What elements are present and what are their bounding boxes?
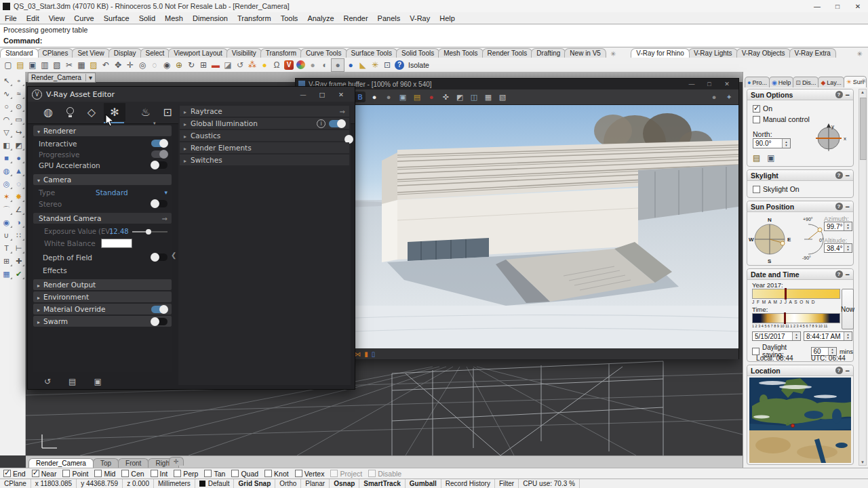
- panel-tab[interactable]: ◆Lay...: [818, 77, 844, 87]
- vray-sphere-gray-icon[interactable]: ●: [307, 59, 319, 71]
- status-cell[interactable]: Ortho: [275, 479, 301, 488]
- toolbar-tab[interactable]: Select: [140, 48, 170, 58]
- vray-toolbar-tab[interactable]: V-Ray Extra: [789, 48, 836, 58]
- command-line[interactable]: Command:: [0, 35, 868, 47]
- arc-icon[interactable]: ◠: [1, 113, 12, 125]
- toolbar-tab[interactable]: Render Tools: [482, 48, 533, 58]
- lightbulb-icon[interactable]: ●: [258, 59, 271, 71]
- move-view-icon[interactable]: ✛: [124, 59, 136, 71]
- time-marker[interactable]: [784, 312, 786, 324]
- surface-icon[interactable]: ◧: [1, 139, 12, 151]
- help-circle-icon[interactable]: [835, 367, 843, 374]
- undo-icon[interactable]: ↶: [100, 59, 112, 71]
- vray-infinite-plane-icon[interactable]: ◣: [357, 59, 369, 71]
- viewport-tab[interactable]: Top: [93, 458, 119, 468]
- viewport-title-tab[interactable]: Render_Camera: [28, 73, 96, 83]
- gi-toggle[interactable]: [329, 120, 345, 127]
- collapse-minus-icon[interactable]: [846, 270, 850, 279]
- toolbar-tab[interactable]: Set View: [72, 48, 109, 58]
- vray-blue-sphere-icon[interactable]: ●: [344, 59, 357, 71]
- status-cell[interactable]: Default: [195, 479, 235, 488]
- fb-maximize-icon[interactable]: [701, 81, 718, 87]
- osnap-checkbox[interactable]: Disable: [368, 470, 401, 478]
- history-a-icon[interactable]: ▦: [483, 92, 494, 102]
- environment-header[interactable]: Environment: [33, 291, 172, 302]
- stop-render-icon[interactable]: ●: [426, 92, 437, 102]
- interactive-toggle[interactable]: [151, 140, 167, 147]
- block-icon[interactable]: ▦: [1, 268, 12, 280]
- array-polar-icon[interactable]: ✚: [13, 255, 24, 267]
- menu-item[interactable]: Transform: [237, 14, 271, 22]
- standard-camera-header[interactable]: Standard Camera: [33, 213, 172, 224]
- status-cell[interactable]: SmartTrack: [359, 479, 405, 488]
- open-icon[interactable]: ▤: [68, 377, 76, 386]
- rotate-view-icon[interactable]: ↻: [185, 59, 197, 71]
- skylight-header[interactable]: Skylight: [747, 170, 853, 181]
- help-circle-icon[interactable]: [835, 270, 843, 278]
- material-override-toggle[interactable]: [151, 306, 167, 313]
- viewport-layout-icon[interactable]: ⊞: [197, 59, 210, 71]
- global-illumination-row[interactable]: Global Illumination i: [180, 118, 349, 129]
- help-circle-icon[interactable]: [835, 171, 843, 179]
- paste-icon[interactable]: ▨: [87, 59, 100, 71]
- zoom-extents-icon[interactable]: ⊕: [173, 59, 185, 71]
- date-time-header[interactable]: Date and Time: [747, 269, 853, 280]
- menu-item[interactable]: Analyze: [307, 14, 334, 22]
- print-icon[interactable]: ▥: [39, 59, 51, 71]
- freeform-icon[interactable]: ↪: [13, 126, 24, 138]
- point-icon[interactable]: ∘: [13, 75, 24, 87]
- frame-buffer-window-icon[interactable]: ⊡: [157, 103, 178, 121]
- curve-icon[interactable]: ∿: [1, 87, 12, 100]
- exposure-value[interactable]: 12.48: [109, 228, 129, 235]
- viewport-menu-caret-icon[interactable]: [81, 74, 92, 81]
- alpha-channel-icon[interactable]: ●: [369, 92, 380, 102]
- toolbar-tab[interactable]: New in V5: [564, 48, 606, 58]
- status-cell[interactable]: Gumball: [406, 479, 441, 488]
- collapse-minus-icon[interactable]: [846, 203, 850, 211]
- circular-arrow-icon[interactable]: ↺: [234, 59, 246, 71]
- osnap-checkbox[interactable]: Tan: [204, 470, 225, 478]
- time-slider[interactable]: [752, 313, 840, 323]
- check-icon[interactable]: ✔: [13, 268, 24, 280]
- status-cell[interactable]: CPU use: 70.3 %: [519, 479, 580, 488]
- camera-type-value[interactable]: Standard: [96, 188, 128, 197]
- status-cell[interactable]: CPlane: [0, 479, 31, 488]
- render-elements-row[interactable]: Render Elements: [180, 142, 349, 153]
- osnap-checkbox[interactable]: Project: [330, 470, 362, 478]
- collapse-minus-icon[interactable]: [846, 171, 850, 180]
- dof-toggle[interactable]: [151, 253, 167, 261]
- scrollbar-thumb[interactable]: [860, 98, 867, 160]
- status-cell[interactable]: z 0.000: [123, 479, 154, 488]
- renderer-section-header[interactable]: Renderer: [33, 125, 172, 136]
- spin-arrows-icon[interactable]: [792, 332, 800, 340]
- surface-corner-icon[interactable]: ◩: [13, 139, 24, 151]
- materials-icon[interactable]: ◍: [37, 103, 59, 121]
- new-file-icon[interactable]: ▢: [2, 59, 14, 71]
- menu-item[interactable]: Tools: [281, 14, 298, 22]
- render-output-header[interactable]: Render Output: [33, 279, 172, 290]
- status-cell[interactable]: x 11803.085: [31, 479, 77, 488]
- sphere-icon[interactable]: ●: [13, 152, 24, 164]
- history-b-icon[interactable]: ▧: [497, 92, 508, 102]
- status-cell[interactable]: Record History: [441, 479, 495, 488]
- vray-material-editor-icon[interactable]: [296, 60, 305, 69]
- expand-arrow-icon[interactable]: [340, 107, 345, 115]
- help-circle-icon[interactable]: [835, 203, 843, 210]
- lights-icon[interactable]: [59, 103, 81, 121]
- help-icon[interactable]: ?: [395, 60, 404, 70]
- world-map[interactable]: [749, 378, 851, 463]
- text-icon[interactable]: T: [1, 242, 12, 254]
- rectangle-icon[interactable]: ▭: [13, 113, 24, 125]
- menu-item[interactable]: Panels: [378, 14, 401, 22]
- panel-gear-icon[interactable]: [861, 77, 867, 85]
- camera-type-dropdown-icon[interactable]: [164, 189, 167, 196]
- year-slider[interactable]: [752, 289, 840, 299]
- toolbar-tab[interactable]: Surface Tools: [346, 48, 397, 58]
- toolbar-tab[interactable]: Display: [108, 48, 142, 58]
- sun-options-header[interactable]: Sun Options: [747, 89, 853, 100]
- north-spinner[interactable]: 90.0°: [753, 138, 791, 148]
- switches-row[interactable]: Switches: [180, 155, 349, 165]
- white-balance-swatch[interactable]: [101, 239, 132, 248]
- osnap-checkbox[interactable]: Perp: [174, 470, 198, 478]
- menu-item[interactable]: Dimension: [193, 14, 228, 22]
